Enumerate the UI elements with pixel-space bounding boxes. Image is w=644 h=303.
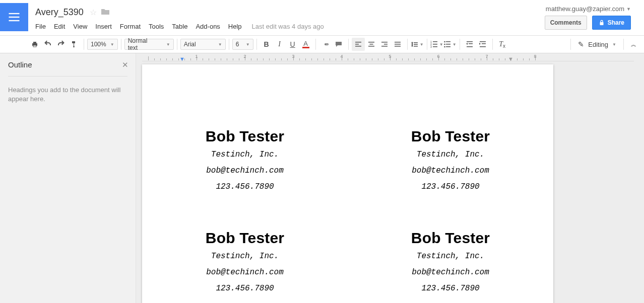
folder-icon[interactable] (101, 8, 110, 17)
svg-rect-27 (433, 46, 437, 47)
document-page[interactable]: Bob TesterTestinch, Inc.bob@techinch.com… (142, 64, 553, 303)
ruler-tick (239, 58, 239, 60)
decrease-indent-button[interactable] (463, 38, 476, 51)
close-outline-button[interactable]: ✕ (122, 60, 128, 69)
svg-rect-12 (368, 46, 374, 47)
share-button[interactable]: Share (592, 16, 631, 30)
style-combo[interactable]: Normal text▼ (124, 39, 174, 50)
ruler-tick (354, 58, 354, 60)
ruler-number: 5 (389, 54, 391, 59)
docs-logo[interactable] (0, 3, 28, 31)
svg-rect-3 (600, 22, 603, 25)
align-left-button[interactable] (352, 38, 365, 51)
svg-text:3: 3 (430, 45, 432, 48)
label-company: Testinch, Inc. (152, 252, 338, 261)
svg-rect-34 (467, 41, 473, 42)
menu-view[interactable]: View (69, 21, 91, 32)
svg-rect-39 (480, 46, 486, 47)
ruler-tick (493, 58, 493, 60)
menu-insert[interactable]: Insert (91, 21, 116, 32)
separator (348, 39, 349, 50)
ruler-tick (257, 58, 257, 60)
increase-indent-button[interactable] (476, 38, 489, 51)
svg-point-30 (444, 46, 445, 48)
menu-edit[interactable]: Edit (50, 21, 69, 32)
separator (427, 39, 427, 50)
clear-formatting-button[interactable]: Tx (496, 38, 509, 51)
outline-title: Outline (8, 60, 127, 69)
svg-rect-19 (414, 42, 418, 43)
align-center-button[interactable] (365, 38, 378, 51)
svg-rect-37 (480, 41, 486, 42)
ruler-tick (384, 58, 384, 60)
toolbar: 100%▼ Normal text▼ Arial▼ 6▼ B I U A ▼ 1… (0, 35, 644, 53)
menu-format[interactable]: Format (116, 21, 145, 32)
label-card[interactable]: Bob TesterTestinch, Inc.bob@techinch.com… (142, 221, 348, 303)
svg-rect-38 (482, 43, 486, 44)
print-button[interactable] (28, 38, 41, 51)
menu-file[interactable]: File (31, 21, 50, 32)
line-spacing-button[interactable]: ▼ (411, 38, 424, 51)
separator (256, 39, 257, 50)
svg-rect-16 (395, 42, 401, 43)
align-justify-button[interactable] (391, 38, 404, 51)
numbered-list-button[interactable]: 123▼ (430, 38, 443, 51)
ruler-tick (414, 58, 415, 60)
svg-rect-13 (381, 42, 388, 43)
separator (84, 39, 84, 50)
svg-rect-25 (433, 41, 437, 42)
menu-table[interactable]: Table (168, 21, 191, 32)
ruler-number: 2 (243, 54, 246, 59)
ruler-tick (299, 58, 300, 60)
paint-format-button[interactable] (68, 38, 81, 51)
italic-button[interactable]: I (273, 38, 286, 51)
align-right-button[interactable] (378, 38, 391, 51)
insert-link-button[interactable] (319, 38, 332, 51)
pencil-icon: ✎ (578, 40, 584, 48)
svg-rect-31 (446, 41, 450, 42)
editing-mode-button[interactable]: ✎ Editing ▼ (574, 40, 620, 48)
svg-rect-11 (369, 44, 373, 45)
ruler-tick (505, 58, 505, 60)
ruler-tick (426, 58, 427, 60)
menu-help[interactable]: Help (224, 21, 246, 32)
ruler-tick (269, 58, 270, 60)
menu-addons[interactable]: Add-ons (191, 21, 224, 32)
doc-title[interactable]: Avery_5390 (33, 6, 86, 19)
fontsize-combo[interactable]: 6▼ (232, 39, 253, 50)
text-color-button[interactable]: A (299, 38, 312, 51)
ruler-tick (402, 58, 403, 60)
header-buttons: Comments Share (545, 16, 631, 30)
canvas[interactable]: ▼ ▼ 12345678 Bob TesterTestinch, Inc.bob… (136, 53, 644, 303)
label-phone: 123.456.7890 (358, 182, 543, 191)
font-combo[interactable]: Arial▼ (180, 39, 226, 50)
ruler-number: 7 (485, 54, 488, 59)
star-icon[interactable]: ☆ (90, 8, 97, 17)
undo-button[interactable] (41, 38, 54, 51)
add-comment-button[interactable] (332, 38, 345, 51)
ruler-tick (517, 58, 518, 60)
bulleted-list-button[interactable]: ▼ (443, 38, 457, 51)
bold-button[interactable]: B (260, 38, 273, 51)
chevron-down-icon: ▼ (246, 42, 250, 47)
label-email: bob@techinch.com (152, 166, 338, 175)
label-card[interactable]: Bob TesterTestinch, Inc.bob@techinch.com… (142, 120, 348, 221)
redo-button[interactable] (54, 38, 68, 51)
menu-tools[interactable]: Tools (145, 21, 168, 32)
comments-button[interactable]: Comments (545, 16, 587, 30)
separator (315, 39, 316, 50)
svg-rect-21 (414, 46, 418, 47)
underline-button[interactable]: U (286, 38, 299, 51)
ruler-tick (432, 58, 433, 60)
label-phone: 123.456.7890 (152, 182, 338, 191)
label-card[interactable]: Bob TesterTestinch, Inc.bob@techinch.com… (348, 221, 553, 303)
svg-rect-6 (33, 45, 36, 47)
account-menu[interactable]: matthew.guay@zapier.com ▼ (546, 5, 631, 13)
separator (121, 39, 121, 50)
ruler[interactable]: ▼ ▼ 12345678 (142, 53, 634, 61)
ruler-tick (203, 58, 203, 60)
collapse-toolbar-button[interactable]: ︽ (627, 38, 640, 51)
zoom-combo[interactable]: 100%▼ (87, 39, 118, 50)
label-card[interactable]: Bob TesterTestinch, Inc.bob@techinch.com… (348, 120, 553, 221)
svg-rect-17 (395, 44, 401, 45)
